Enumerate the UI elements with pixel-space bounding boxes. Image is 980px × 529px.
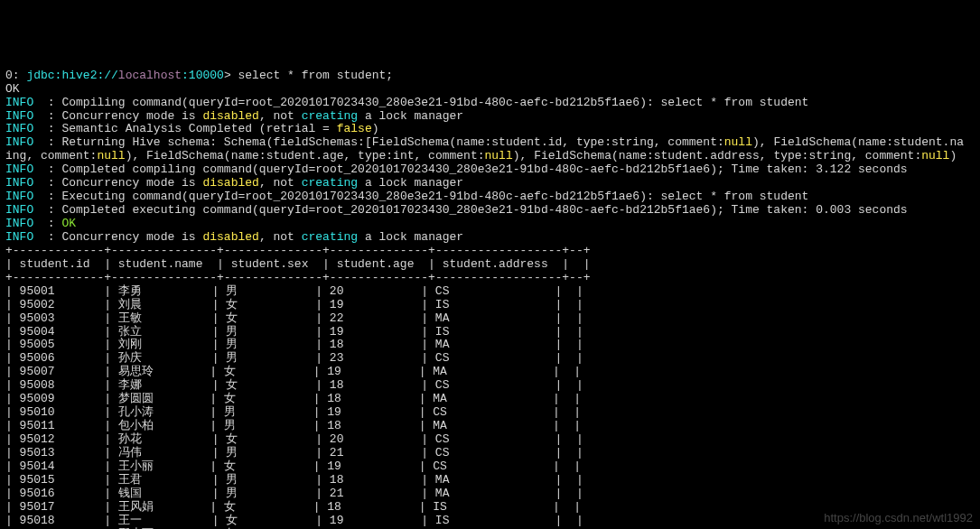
table-row: | 95015 | 王君 | 男 | 18 | MA | |	[5, 473, 583, 487]
table-row: | 95009 | 梦圆圆 | 女 | 18 | MA | |	[5, 392, 581, 405]
prompt-host: localhost	[118, 69, 182, 82]
table-row: | 95016 | 钱国 | 男 | 21 | MA | |	[5, 487, 583, 500]
log-compiled: INFO : Completed compiling command(query…	[5, 162, 908, 176]
log-semantic: INFO : Semantic Analysis Completed (retr…	[5, 122, 379, 135]
table-row: | 95004 | 张立 | 男 | 19 | IS | |	[5, 325, 583, 339]
log-concurrency-3: INFO : Concurrency mode is disabled, not…	[5, 230, 463, 244]
prompt-line: 0: jdbc:hive2://localhost:10000> select …	[5, 69, 393, 82]
table-row: | 95007 | 易思玲 | 女 | 19 | MA | |	[5, 365, 581, 378]
info-label: INFO	[5, 109, 33, 123]
info-label: INFO	[5, 122, 33, 135]
table-row: | 95001 | 李勇 | 男 | 20 | CS | |	[5, 284, 583, 298]
ok-line: OK	[5, 82, 20, 96]
table-row: | 95002 | 刘晨 | 女 | 19 | IS | |	[5, 298, 583, 311]
table-row: | 95010 | 孔小涛 | 男 | 19 | CS | |	[5, 405, 581, 419]
table-row: | 95006 | 孙庆 | 男 | 23 | CS | |	[5, 351, 583, 365]
prompt-port: :10000	[182, 69, 224, 82]
log-ok: INFO : OK	[5, 217, 76, 230]
prompt-prefix: 0:	[5, 69, 26, 82]
table-header: | student.id | student.name | student.se…	[5, 257, 591, 271]
table-row: | 95008 | 李娜 | 女 | 18 | CS | |	[5, 378, 583, 392]
terminal-output[interactable]: 0: jdbc:hive2://localhost:10000> select …	[5, 56, 975, 529]
prompt-scheme: jdbc:	[26, 69, 61, 82]
table-row: | 95017 | 王风娟 | 女 | 18 | IS | |	[5, 500, 581, 514]
table-row: | 95012 | 孙花 | 女 | 20 | CS | |	[5, 432, 583, 446]
watermark-text: https://blog.csdn.net/wtl1992	[824, 512, 973, 525]
info-label: INFO	[5, 190, 33, 203]
table-row: | 95013 | 冯伟 | 男 | 21 | CS | |	[5, 446, 583, 459]
table-body: | 95001 | 李勇 | 男 | 20 | CS | | | 95002 |…	[5, 285, 975, 529]
table-row: | 95005 | 刘刚 | 男 | 18 | MA | |	[5, 338, 583, 351]
table-row: | 95018 | 王一 | 女 | 19 | IS | |	[5, 514, 583, 527]
log-schema-1: INFO : Returning Hive schema: Schema(fie…	[5, 135, 964, 149]
table-row: | 95011 | 包小柏 | 男 | 18 | MA | |	[5, 419, 581, 432]
info-label: INFO	[5, 135, 33, 149]
sql-command: select * from student;	[238, 69, 393, 82]
info-label: INFO	[5, 203, 33, 217]
log-executed: INFO : Completed executing command(query…	[5, 203, 908, 217]
prompt-proto: hive2://	[61, 69, 117, 82]
log-concurrency-2: INFO : Concurrency mode is disabled, not…	[5, 176, 463, 190]
table-border: +-------------+---------------+---------…	[5, 244, 591, 257]
info-label: INFO	[5, 217, 33, 230]
info-label: INFO	[5, 176, 33, 190]
table-border: +-------------+---------------+---------…	[5, 271, 591, 284]
log-compile: INFO : Compiling command(queryId=root_20…	[5, 96, 808, 109]
info-label: INFO	[5, 96, 33, 109]
info-label: INFO	[5, 230, 33, 244]
table-row: | 95003 | 王敏 | 女 | 22 | MA | |	[5, 311, 583, 325]
info-label: INFO	[5, 162, 33, 176]
log-schema-2: ing, comment:null), FieldSchema(name:stu…	[5, 149, 957, 162]
log-executing: INFO : Executing command(queryId=root_20…	[5, 190, 808, 203]
table-row: | 95014 | 王小丽 | 女 | 19 | CS | |	[5, 459, 581, 473]
log-concurrency-1: INFO : Concurrency mode is disabled, not…	[5, 109, 463, 123]
prompt-caret: >	[224, 69, 238, 82]
